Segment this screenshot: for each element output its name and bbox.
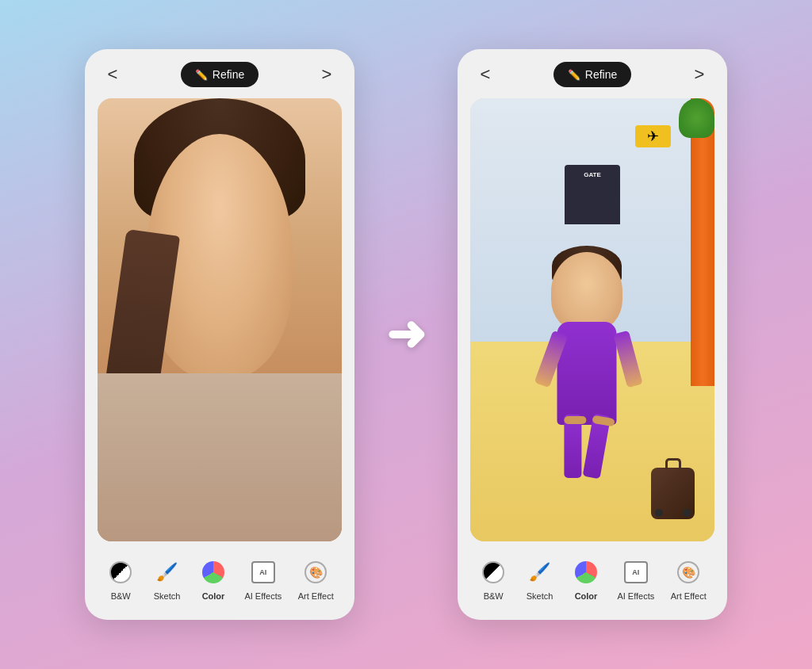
tool-bw-right[interactable]: B&W [478, 557, 508, 601]
brush-icon-right: ✏️ [568, 69, 580, 81]
cartoon-arm-right [613, 331, 642, 388]
suitcase-handle [665, 458, 681, 469]
bw-icon-right [478, 557, 508, 587]
orange-pillar [691, 98, 714, 386]
left-toolbar: B&W 🖌️ Sketch Color AI AI Effects [98, 554, 342, 604]
tool-ai-effects-left[interactable]: AI AI Effects [244, 557, 282, 601]
right-nav-back[interactable]: < [473, 64, 497, 85]
tool-bw-left[interactable]: B&W [105, 557, 136, 601]
color-icon-right [571, 557, 601, 587]
right-phone-card: < ✏️ Refine > ✈ [458, 49, 727, 620]
color-label-right: Color [575, 591, 598, 601]
right-photo-area: ✈ [470, 98, 714, 541]
art-effect-icon-right: 🎨 [673, 557, 703, 587]
cartoon-character [531, 252, 642, 506]
right-phone-header: < ✏️ Refine > [470, 62, 714, 87]
bw-label-right: B&W [484, 591, 504, 601]
sketch-label-right: Sketch [527, 591, 553, 601]
sketch-label-left: Sketch [154, 591, 181, 601]
left-nav-back[interactable]: < [101, 64, 124, 85]
foot-left [564, 416, 586, 424]
suitcase-wheel-right [683, 509, 691, 517]
cartoon-head [551, 252, 622, 331]
airport-background: ✈ [470, 98, 714, 541]
arrow-container: ➜ [386, 311, 426, 358]
body-area [98, 373, 342, 541]
suitcase-wheel-left [655, 509, 663, 517]
color-icon [198, 557, 228, 587]
tool-art-effect-left[interactable]: 🎨 Art Effect [298, 557, 334, 601]
original-photo [98, 98, 342, 541]
ai-effects-label-right: AI Effects [617, 591, 654, 601]
bw-icon [105, 557, 136, 587]
color-label-left: Color [202, 591, 225, 601]
main-container: < ✏️ Refine > B&W [0, 33, 812, 636]
left-phone-card: < ✏️ Refine > B&W [85, 49, 354, 620]
flight-sign: ✈ [635, 125, 671, 147]
ai-effects-icon-right: AI [621, 557, 651, 587]
left-phone-header: < ✏️ Refine > [98, 62, 342, 87]
tool-art-effect-right[interactable]: 🎨 Art Effect [671, 557, 707, 601]
tool-color-right[interactable]: Color [571, 557, 601, 601]
green-plant [679, 98, 714, 138]
gate-door [565, 165, 620, 224]
cartoon-leg-right [583, 414, 611, 480]
left-nav-forward[interactable]: > [315, 64, 339, 85]
transform-arrow: ➜ [386, 311, 426, 358]
art-effect-icon-left: 🎨 [301, 557, 331, 587]
brush-icon: ✏️ [195, 69, 208, 81]
right-refine-button[interactable]: ✏️ Refine [553, 62, 631, 87]
cartoon-leg-left [564, 415, 581, 478]
suitcase [651, 468, 695, 519]
ai-effects-icon-left: AI [248, 557, 278, 587]
left-refine-button[interactable]: ✏️ Refine [181, 62, 259, 87]
tool-sketch-left[interactable]: 🖌️ Sketch [152, 557, 182, 601]
tool-sketch-right[interactable]: 🖌️ Sketch [525, 557, 555, 601]
cartoon-legs [564, 415, 605, 478]
right-nav-forward[interactable]: > [688, 64, 711, 85]
right-toolbar: B&W 🖌️ Sketch Color AI AI Effects [470, 554, 714, 604]
bw-label-left: B&W [111, 591, 131, 601]
sketch-icon: 🖌️ [152, 557, 182, 587]
ai-effects-label-left: AI Effects [244, 591, 282, 601]
tool-color-left[interactable]: Color [198, 557, 228, 601]
cartoon-photo: ✈ [470, 98, 714, 541]
tool-ai-effects-right[interactable]: AI AI Effects [617, 557, 654, 601]
art-effect-label-left: Art Effect [298, 591, 334, 601]
left-photo-area [98, 98, 342, 541]
art-effect-label-right: Art Effect [671, 591, 707, 601]
sketch-icon-right: 🖌️ [525, 557, 555, 587]
